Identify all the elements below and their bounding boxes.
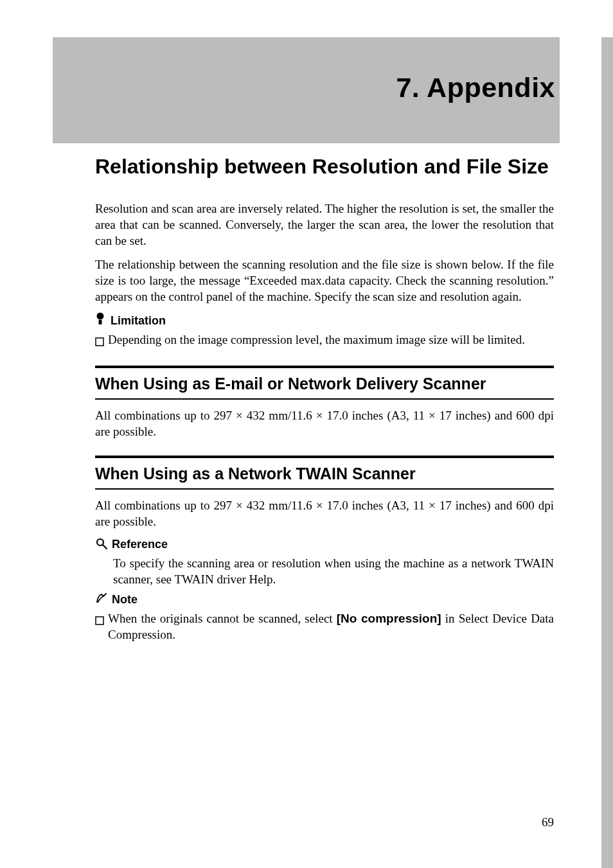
limitation-bullet: Depending on the image compression level…	[95, 332, 554, 350]
reference-body: To specify the scanning area or resoluti…	[113, 555, 554, 587]
note-bullet: When the originals cannot be scanned, se…	[95, 610, 554, 642]
bullet-icon	[95, 334, 104, 350]
note-bullet-text: When the originals cannot be scanned, se…	[108, 610, 554, 642]
note-prefix: When the originals cannot be scanned, se…	[108, 612, 337, 625]
sub2-body: All combinations up to 297 × 432 mm/11.6…	[95, 497, 554, 529]
intro-para-1: Resolution and scan area are inversely r…	[95, 200, 554, 249]
page-content: Relationship between Resolution and File…	[0, 137, 613, 642]
reference-label: Reference	[112, 538, 168, 551]
reference-heading: Reference	[95, 537, 554, 553]
subsection-title-1: When Using as E-mail or Network Delivery…	[95, 368, 554, 398]
chapter-title: 7. Appendix	[396, 72, 555, 103]
limitation-heading: Limitation	[95, 312, 554, 329]
note-heading: Note	[95, 592, 554, 608]
section-title: Relationship between Resolution and File…	[95, 155, 554, 179]
limitation-label: Limitation	[111, 314, 166, 328]
page-number: 69	[542, 815, 554, 829]
note-bold: [No compression]	[337, 612, 441, 625]
svg-rect-2	[96, 338, 103, 346]
side-strip	[601, 37, 613, 868]
note-label: Note	[112, 593, 138, 607]
svg-point-0	[97, 313, 104, 320]
bullet-icon	[95, 613, 104, 642]
svg-rect-6	[96, 617, 103, 624]
sub1-body: All combinations up to 297 × 432 mm/11.6…	[95, 407, 554, 439]
divider	[95, 398, 554, 400]
svg-line-5	[103, 594, 106, 596]
reference-icon	[95, 537, 108, 553]
limitation-bullet-text: Depending on the image compression level…	[108, 332, 554, 350]
divider	[95, 488, 554, 490]
subsection-title-2: When Using as a Network TWAIN Scanner	[95, 458, 554, 488]
note-icon	[95, 592, 108, 608]
svg-rect-1	[99, 320, 102, 324]
chapter-header: 7. Appendix	[0, 0, 613, 137]
intro-para-2: The relationship between the scanning re…	[95, 256, 554, 305]
svg-line-4	[103, 545, 107, 549]
limitation-icon	[95, 312, 105, 329]
